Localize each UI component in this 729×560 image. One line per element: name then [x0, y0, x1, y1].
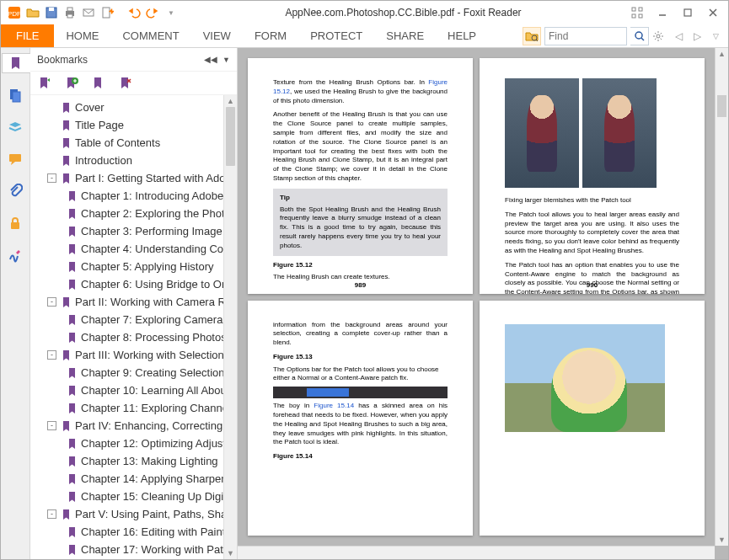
undo-icon[interactable] — [126, 4, 142, 21]
bookmark-item[interactable]: Table of Contents — [30, 134, 237, 152]
tree-toggle-icon[interactable]: - — [47, 173, 56, 183]
tab-home[interactable]: HOME — [54, 24, 110, 47]
bookmark-item[interactable]: Cover — [30, 99, 237, 116]
minimize-button[interactable] — [652, 4, 673, 21]
print-icon[interactable] — [62, 4, 78, 21]
bookmark-item[interactable]: Chapter 8: Processing Photos — [30, 328, 237, 346]
save-icon[interactable] — [43, 4, 60, 21]
close-button[interactable] — [703, 4, 723, 21]
bookmark-item[interactable]: -Part II: Working with Camera Raw — [30, 293, 237, 311]
bookmark-label: Part V: Using Paint, Paths, Shapes — [75, 508, 237, 520]
bookmark-item[interactable]: Chapter 2: Exploring the Photoshop Works… — [30, 205, 237, 222]
tab-view[interactable]: VIEW — [191, 24, 243, 47]
tab-comment[interactable]: COMMENT — [110, 24, 190, 47]
prev-view-icon[interactable]: ◁ — [671, 30, 686, 42]
email-icon[interactable] — [80, 4, 97, 21]
signatures-tab-icon[interactable] — [5, 245, 25, 265]
panel-collapse-icon[interactable]: ◀◀ — [204, 55, 217, 64]
document-area[interactable]: Texture from the Healing Brush Options b… — [238, 48, 728, 559]
bm-delete-icon[interactable] — [118, 76, 133, 91]
tree-toggle-icon[interactable]: - — [47, 421, 56, 430]
bookmark-item[interactable]: -Part III: Working with Selections — [30, 346, 237, 364]
pages-tab-icon[interactable] — [5, 85, 25, 105]
find-button[interactable] — [630, 27, 649, 45]
search-folder-icon[interactable] — [523, 27, 541, 45]
newdoc-icon[interactable] — [99, 4, 115, 21]
bookmark-icon — [67, 261, 78, 273]
maximize-button[interactable] — [678, 4, 698, 21]
bookmark-item[interactable]: Chapter 11: Exploring Channels — [30, 399, 237, 417]
bookmark-icon — [61, 349, 72, 361]
link-fig-15-14[interactable]: Figure 15.14 — [314, 402, 354, 409]
bookmark-label: Chapter 5: Applying History — [81, 260, 214, 273]
titlebar: PDF ▼ AppNee.com.Photoshop.CC.Bible.pdf … — [1, 1, 728, 24]
bookmark-label: Chapter 16: Editing with Paint — [81, 525, 225, 538]
bookmark-item[interactable]: Title Page — [30, 116, 237, 134]
bookmarks-tree[interactable]: CoverTitle PageTable of ContentsIntroduc… — [30, 95, 237, 559]
ribbon-min-icon[interactable]: ▽ — [708, 32, 723, 40]
bookmark-item[interactable]: -Part IV: Enhancing, Correcting, — [30, 417, 237, 435]
bm-expand-icon[interactable] — [37, 76, 52, 91]
figure-image — [505, 78, 579, 188]
bookmarks-tab-icon[interactable] — [2, 53, 30, 73]
bm-add-icon[interactable] — [64, 76, 79, 91]
svg-rect-3 — [49, 8, 54, 11]
bookmark-icon — [61, 420, 72, 432]
tab-help[interactable]: HELP — [436, 24, 488, 47]
next-view-icon[interactable]: ▷ — [689, 30, 705, 42]
bookmark-item[interactable]: Chapter 15: Cleaning Up Digital — [30, 488, 237, 505]
layers-tab-icon[interactable] — [5, 117, 25, 137]
bookmark-item[interactable]: Chapter 7: Exploring Camera Raw — [30, 311, 237, 328]
bookmark-item[interactable]: Chapter 10: Learning All About — [30, 381, 237, 399]
comments-tab-icon[interactable] — [5, 149, 25, 169]
security-tab-icon[interactable] — [5, 213, 25, 233]
bookmark-item[interactable]: Chapter 16: Editing with Paint — [30, 523, 237, 541]
redo-icon[interactable] — [144, 4, 161, 21]
bookmark-icon — [61, 102, 72, 114]
bookmark-label: Chapter 13: Making Lighting — [81, 455, 218, 467]
bookmark-item[interactable]: -Part I: Getting Started with Adobe Phot… — [30, 169, 237, 187]
svg-text:PDF: PDF — [8, 10, 21, 18]
bookmark-item[interactable]: Chapter 12: Optimizing Adjustments — [30, 435, 237, 452]
bookmark-item[interactable]: Chapter 14: Applying Sharpening — [30, 470, 237, 488]
bookmark-item[interactable]: Chapter 18: Working with Text — [30, 558, 237, 559]
bookmark-icon — [67, 403, 78, 414]
bookmark-item[interactable]: -Part V: Using Paint, Paths, Shapes — [30, 505, 237, 523]
page-991: information from the background areas ar… — [248, 301, 473, 536]
doc-scrollbar-horizontal[interactable] — [238, 546, 715, 559]
bookmark-item[interactable]: Chapter 5: Applying History — [30, 258, 237, 275]
bookmark-item[interactable]: Introduction — [30, 152, 237, 169]
bookmark-item[interactable]: Chapter 17: Working with Paths — [30, 541, 237, 558]
bookmark-item[interactable]: Chapter 6: Using Bridge to Organize — [30, 275, 237, 293]
qat-dropdown-icon[interactable]: ▼ — [163, 4, 180, 21]
tree-toggle-icon[interactable]: - — [47, 297, 56, 307]
bookmark-item[interactable]: Chapter 1: Introducing Adobe Photoshop — [30, 187, 237, 205]
tree-toggle-icon[interactable]: - — [47, 350, 56, 360]
find-input[interactable] — [544, 27, 627, 45]
bm-options-icon[interactable] — [91, 76, 106, 91]
nav-strip — [1, 48, 30, 559]
settings-gear-icon[interactable] — [652, 30, 667, 42]
tab-form[interactable]: FORM — [243, 24, 298, 47]
doc-scrollbar-vertical[interactable]: ▲ ▼ — [715, 48, 728, 546]
svg-rect-11 — [632, 14, 635, 18]
tree-toggle-icon[interactable]: - — [47, 509, 56, 519]
bookmark-item[interactable]: Chapter 4: Understanding Color — [30, 240, 237, 258]
svg-rect-6 — [67, 14, 72, 18]
tab-protect[interactable]: PROTECT — [298, 24, 374, 47]
bookmarks-scrollbar[interactable]: ▲ ▼ — [223, 95, 237, 559]
bookmark-item[interactable]: Chapter 13: Making Lighting — [30, 452, 237, 470]
panel-menu-icon[interactable]: ▼ — [222, 56, 230, 64]
bookmark-icon — [67, 473, 78, 485]
tab-share[interactable]: SHARE — [374, 24, 436, 47]
ribbon-collapse-icon[interactable] — [627, 4, 647, 21]
tip-box: Tip Both the Spot Healing Brush and the … — [273, 189, 448, 256]
bookmark-item[interactable]: Chapter 3: Performing Image Basics — [30, 222, 237, 240]
tab-file[interactable]: FILE — [1, 24, 54, 47]
bookmarks-title: Bookmarks — [37, 54, 204, 66]
bookmark-item[interactable]: Chapter 9: Creating Selections — [30, 364, 237, 381]
page-992 — [480, 301, 705, 536]
svg-rect-10 — [639, 8, 642, 11]
attachments-tab-icon[interactable] — [5, 181, 25, 201]
open-icon[interactable] — [24, 4, 41, 21]
